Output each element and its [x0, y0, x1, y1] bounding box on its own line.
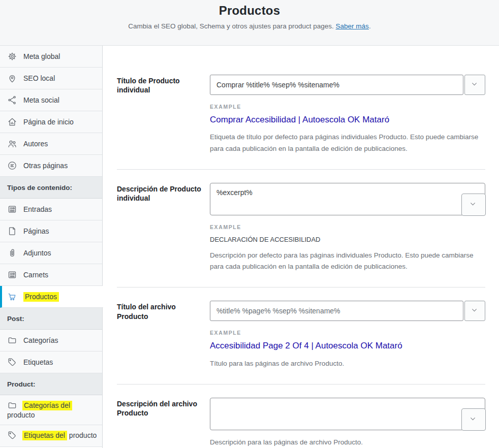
field-column: EXAMPLEComprar Accesibilidad | Autoescol… — [210, 75, 485, 154]
article-icon — [7, 204, 17, 214]
sidebar-item-label: Etiquetas — [23, 358, 53, 366]
section-titulo-producto-individual: Título de Producto individualEXAMPLEComp… — [117, 46, 485, 170]
descripcion-archivo-producto-dropdown-button[interactable] — [461, 408, 486, 431]
chevron-down-icon — [469, 200, 479, 210]
sidebar-item-paginas[interactable]: Páginas — [0, 220, 102, 242]
settings-sidebar: Meta globalSEO localMeta socialPágina de… — [0, 46, 103, 448]
location-pin-icon — [7, 73, 17, 83]
sidebar-item-productos[interactable]: Productos — [0, 286, 103, 308]
sidebar-item-label: SEO local — [23, 74, 55, 82]
field-label-descripcion-producto-individual: Descripción de Producto individual — [117, 183, 204, 273]
page-title: Productos — [0, 4, 499, 18]
sidebar-heading-tipos-de-contenido: Tipos de contenido: — [0, 177, 102, 199]
sidebar-item-etiquetas[interactable]: Etiquetas — [0, 351, 102, 373]
example-title-preview: Comprar Accesibilidad | Autoescola OK Ma… — [210, 114, 485, 125]
sidebar-item-seo-local[interactable]: SEO local — [0, 68, 102, 89]
sidebar-item-label: Productos — [23, 293, 59, 301]
page-header: Productos Cambia el SEO global, Schema y… — [0, 0, 499, 46]
field-row: Título del archivo ProductoEXAMPLEAccesi… — [117, 301, 485, 369]
sidebar-item-adjuntos[interactable]: Adjuntos — [0, 242, 102, 264]
sidebar-item-otras-paginas[interactable]: Otras páginas — [0, 155, 102, 177]
help-text: Descripción para las páginas de archivo … — [210, 437, 485, 448]
sidebar-item-label: Carnets — [23, 271, 48, 279]
descripcion-producto-individual-dropdown-button[interactable] — [461, 194, 486, 216]
page-icon — [7, 226, 17, 236]
tag-icon — [7, 357, 17, 367]
sidebar-item-label: Entradas — [23, 205, 52, 213]
sidebar-item-pagina-de-inicio[interactable]: Página de inicio — [0, 111, 102, 133]
tag-icon — [7, 430, 17, 440]
folder-icon — [7, 400, 17, 410]
page-subtitle: Cambia el SEO global, Schema y otros aju… — [0, 22, 499, 30]
main-layout: Meta globalSEO localMeta socialPágina de… — [0, 46, 499, 448]
titulo-producto-individual-dropdown-button[interactable] — [464, 75, 485, 95]
page-subtitle-text: Cambia el SEO global, Schema y otros aju… — [128, 22, 333, 30]
settings-panel: Título de Producto individualEXAMPLEComp… — [103, 46, 499, 448]
section-descripcion-archivo-producto: Descripción del archivo ProductoDescripc… — [117, 385, 485, 448]
article-icon — [7, 270, 17, 280]
sidebar-item-label: Meta global — [23, 52, 60, 60]
sidebar-item-categorias[interactable]: Categorías — [0, 330, 102, 351]
titulo-producto-individual-input[interactable] — [210, 75, 463, 95]
sidebar-item-meta-global[interactable]: Meta global — [0, 46, 102, 68]
field-column: Descripción para las páginas de archivo … — [210, 398, 485, 448]
highlighted-text: Productos — [23, 292, 59, 302]
circle-list-icon — [7, 161, 17, 171]
descripcion-archivo-producto-textarea[interactable] — [210, 398, 485, 430]
example-label: EXAMPLE — [210, 104, 485, 110]
sidebar-heading-product: Product: — [0, 373, 102, 395]
section-descripcion-producto-individual: Descripción de Producto individualEXAMPL… — [117, 170, 485, 288]
highlighted-text: Etiquetas del — [22, 431, 67, 440]
field-column: EXAMPLEAccesibilidad Page 2 Of 4 | Autoe… — [210, 301, 485, 369]
sidebar-item-label: Adjuntos — [23, 249, 51, 257]
home-icon — [7, 117, 17, 127]
field-label-titulo-archivo-producto: Título del archivo Producto — [117, 301, 204, 369]
descripcion-producto-individual-textarea[interactable] — [210, 183, 485, 215]
example-description-preview: DECLARACIÓN DE ACCESIBILIDAD — [210, 236, 485, 243]
input-group — [210, 301, 485, 321]
field-row: Descripción del archivo ProductoDescripc… — [117, 398, 485, 448]
gear-icon — [7, 51, 17, 61]
cart-icon — [7, 292, 17, 302]
sidebar-heading-label: Post: — [7, 315, 24, 323]
sidebar-item-label: Otras páginas — [23, 162, 68, 170]
sidebar-item-etiquetas-del-producto[interactable]: Etiquetas del producto — [0, 425, 102, 447]
highlighted-text: Categorías del — [22, 401, 72, 410]
sidebar-item-label: Categorías — [23, 336, 58, 344]
sidebar-item-label: Página de inicio — [23, 118, 74, 126]
help-text: Título para las páginas de archivo Produ… — [210, 358, 485, 369]
sidebar-item-carnets[interactable]: Carnets — [0, 264, 102, 286]
textarea-group — [210, 398, 485, 430]
sidebar-heading-label: Product: — [7, 380, 36, 388]
field-row: Descripción de Producto individualEXAMPL… — [117, 183, 485, 273]
example-title-preview: Accesibilidad Page 2 Of 4 | Autoescola O… — [210, 340, 485, 351]
sidebar-item-categorias-del-producto[interactable]: Categorías del producto — [0, 395, 102, 425]
titulo-archivo-producto-dropdown-button[interactable] — [464, 301, 485, 321]
chevron-down-icon — [469, 414, 479, 425]
titulo-archivo-producto-input[interactable] — [210, 301, 463, 321]
saber-mas-link[interactable]: Saber más — [336, 22, 369, 30]
input-group — [210, 75, 485, 95]
textarea-group — [210, 183, 485, 215]
example-label: EXAMPLE — [210, 224, 485, 230]
field-label-descripcion-archivo-producto: Descripción del archivo Producto — [117, 398, 204, 448]
sidebar-item-label: Autores — [23, 140, 48, 148]
field-label-titulo-producto-individual: Título de Producto individual — [117, 75, 204, 154]
users-icon — [7, 139, 17, 149]
chevron-down-icon — [470, 80, 480, 90]
sidebar-item-entradas[interactable]: Entradas — [0, 199, 102, 220]
sidebar-item-meta-social[interactable]: Meta social — [0, 89, 102, 111]
sidebar-heading-post: Post: — [0, 308, 102, 330]
field-column: EXAMPLEDECLARACIÓN DE ACCESIBILIDADDescr… — [210, 183, 485, 273]
sidebar-item-label: Meta social — [23, 96, 59, 104]
sidebar-item-label: Páginas — [23, 227, 49, 235]
sidebar-item-label: Etiquetas del producto — [22, 431, 97, 440]
sidebar-item-autores[interactable]: Autores — [0, 133, 102, 155]
field-row: Título de Producto individualEXAMPLEComp… — [117, 75, 485, 154]
seo-settings-page: Productos Cambia el SEO global, Schema y… — [0, 0, 499, 448]
help-text: Etiqueta de título por defecto para pági… — [210, 132, 485, 154]
subtitle-period: . — [369, 22, 371, 30]
section-titulo-archivo-producto: Título del archivo ProductoEXAMPLEAccesi… — [117, 287, 485, 385]
folder-icon — [7, 335, 17, 345]
paperclip-icon — [7, 248, 17, 258]
